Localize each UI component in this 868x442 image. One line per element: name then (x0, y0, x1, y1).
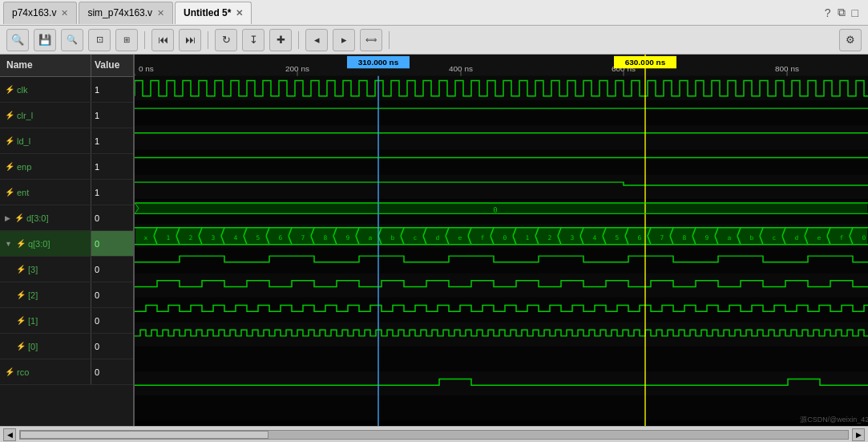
prev-edge-button[interactable]: ◂ (305, 29, 328, 51)
sep4 (389, 31, 390, 49)
scrollbar-thumb[interactable] (20, 431, 268, 439)
refresh-button[interactable]: ↻ (215, 29, 237, 51)
tab-label: Untitled 5* (184, 7, 231, 18)
signal-row-q0[interactable]: ⚡ [0] 0 (0, 334, 133, 359)
signal-value-ent: 1 (91, 180, 133, 205)
svg-rect-28 (135, 371, 868, 396)
svg-text:源CSDN/@weixin_42454243: 源CSDN/@weixin_42454243 (800, 416, 868, 424)
signal-row-clr_l[interactable]: ⚡ clr_l 1 (0, 103, 133, 128)
tab-untitled5[interactable]: Untitled 5* ✕ (175, 2, 252, 24)
signal-header: Name Value (0, 55, 133, 77)
svg-text:8: 8 (324, 234, 328, 241)
svg-text:a: a (728, 234, 732, 241)
tab-sim-p74x163[interactable]: sim_p74x163.v ✕ (79, 2, 173, 24)
svg-text:5: 5 (256, 234, 260, 241)
svg-text:f: f (840, 234, 844, 241)
title-bar: p74x163.v ✕ sim_p74x163.v ✕ Untitled 5* … (0, 0, 868, 26)
next-edge-button[interactable]: ▸ (333, 29, 355, 51)
svg-text:b: b (750, 234, 754, 241)
fit-screen-button[interactable]: ⊞ (115, 29, 138, 51)
svg-text:0: 0 (493, 206, 497, 214)
signal-name-clk: clk (17, 85, 27, 95)
signal-name-ent: ent (17, 188, 29, 197)
svg-rect-23 (135, 249, 868, 274)
expand-arrow-d30[interactable]: ▶ (5, 214, 10, 222)
svg-text:0: 0 (862, 234, 866, 241)
save-button[interactable]: 💾 (34, 29, 56, 51)
svg-rect-29 (135, 396, 868, 421)
signal-row-ld_l[interactable]: ⚡ ld_l 1 (0, 128, 133, 154)
signal-row-d30[interactable]: ▶ ⚡ d[3:0] 0 (0, 205, 133, 231)
svg-text:800 ns: 800 ns (775, 64, 799, 73)
svg-text:c: c (414, 234, 418, 241)
bottom-bar: ◀ ▶ (0, 426, 868, 442)
restore-icon[interactable]: ⧉ (838, 6, 846, 19)
signal-value-ld_l: 1 (91, 128, 133, 153)
signal-value-enp: 1 (91, 154, 133, 179)
maximize-icon[interactable]: □ (852, 6, 858, 19)
zoom-out-button[interactable]: 🔍 (61, 29, 83, 51)
signal-row-q2[interactable]: ⚡ [2] 0 (0, 282, 133, 308)
add-wave-button[interactable]: ↧ (242, 29, 264, 51)
svg-text:7: 7 (301, 234, 305, 241)
signal-row-ent[interactable]: ⚡ ent 1 (0, 180, 133, 205)
signal-value-q2: 0 (91, 282, 133, 307)
scroll-left-button[interactable]: ◀ (3, 428, 16, 441)
tab-close-3[interactable]: ✕ (236, 8, 243, 18)
signal-value-q30: 0 (91, 231, 133, 256)
waveform-area[interactable]: 0 ns 200 ns 400 ns 600 ns 800 ns 310.000… (135, 55, 868, 426)
svg-text:5: 5 (616, 234, 620, 241)
svg-text:200 ns: 200 ns (285, 64, 309, 73)
expand-arrow-q30[interactable]: ▼ (5, 240, 12, 248)
zoom-fit-button[interactable]: ⊡ (88, 29, 111, 51)
signal-name-q0: [0] (28, 342, 38, 351)
svg-text:3: 3 (212, 234, 216, 241)
signal-icon-d30: ⚡ (14, 213, 24, 222)
svg-text:x: x (144, 234, 148, 241)
zoom-in-button[interactable]: 🔍 (6, 29, 29, 51)
nav-button[interactable]: ⟺ (360, 29, 382, 51)
signal-icon-ld_l: ⚡ (5, 136, 14, 145)
sep2 (208, 31, 208, 49)
help-icon[interactable]: ? (825, 6, 831, 19)
signal-value-q3: 0 (91, 257, 133, 282)
svg-text:b: b (391, 234, 395, 241)
toolbar: 🔍 💾 🔍 ⊡ ⊞ ⏮ ⏭ ↻ ↧ ✚ ◂ ▸ ⟺ ⚙ (0, 26, 868, 55)
svg-rect-1 (135, 55, 868, 76)
go-next-button[interactable]: ⏭ (179, 29, 201, 51)
settings-button[interactable]: ⚙ (839, 29, 862, 51)
svg-text:9: 9 (346, 234, 350, 241)
horizontal-scrollbar[interactable] (19, 430, 849, 440)
signal-list: ⚡ clk 1 ⚡ clr_l 1 ⚡ ld_l 1 (0, 77, 133, 426)
signal-row-rco[interactable]: ⚡ rco 0 (0, 359, 133, 385)
signal-row-q3[interactable]: ⚡ [3] 0 (0, 257, 133, 282)
signal-row-q30[interactable]: ▼ ⚡ q[3:0] 0 (0, 231, 133, 257)
signal-panel: Name Value ⚡ clk 1 ⚡ clr_l 1 (0, 55, 135, 426)
svg-text:9: 9 (705, 234, 709, 241)
signal-icon-q2: ⚡ (16, 290, 26, 299)
signal-row-q1[interactable]: ⚡ [1] 0 (0, 308, 133, 334)
svg-text:3: 3 (571, 234, 575, 241)
signal-row-clk[interactable]: ⚡ clk 1 (0, 77, 133, 103)
svg-rect-25 (135, 298, 868, 322)
waveform-svg: 0 ns 200 ns 400 ns 600 ns 800 ns 310.000… (135, 55, 868, 426)
svg-rect-20 (135, 175, 868, 200)
tab-close-2[interactable]: ✕ (157, 8, 164, 18)
signal-name-d30: d[3:0] (26, 213, 49, 223)
tab-close-1[interactable]: ✕ (61, 8, 68, 18)
svg-text:6: 6 (279, 234, 283, 241)
svg-text:4: 4 (593, 234, 597, 241)
marker-button[interactable]: ✚ (269, 29, 292, 51)
signal-icon-enp: ⚡ (5, 162, 14, 171)
signal-row-enp[interactable]: ⚡ enp 1 (0, 154, 133, 180)
svg-text:e: e (458, 234, 462, 241)
svg-rect-30 (135, 203, 867, 213)
svg-text:8: 8 (683, 234, 687, 241)
svg-text:310.000 ns: 310.000 ns (358, 59, 399, 67)
scroll-right-button[interactable]: ▶ (852, 428, 865, 441)
signal-name-q3: [3] (28, 265, 38, 274)
tab-p74x163[interactable]: p74x163.v ✕ (3, 2, 77, 24)
go-start-button[interactable]: ⏮ (151, 29, 174, 51)
signal-icon-rco: ⚡ (5, 367, 14, 376)
svg-text:7: 7 (660, 234, 664, 241)
